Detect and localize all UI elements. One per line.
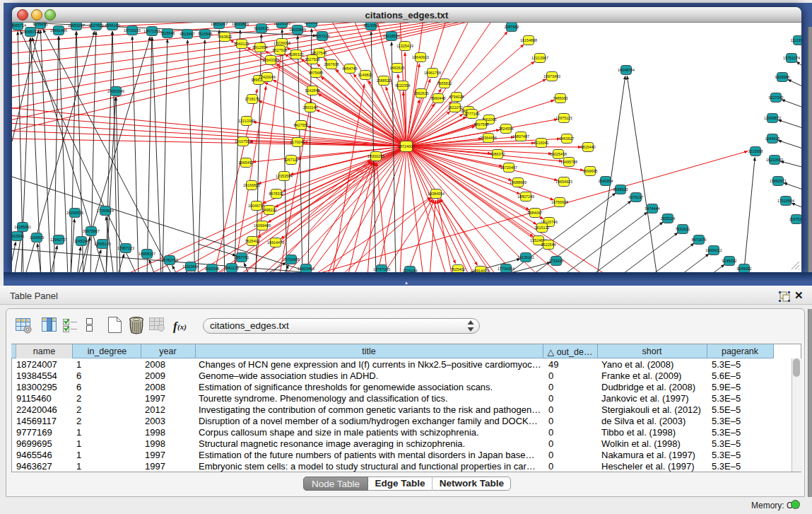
svg-text:3267110: 3267110: [284, 158, 299, 162]
svg-text:11123954: 11123954: [790, 38, 801, 42]
svg-text:8990448: 8990448: [431, 96, 446, 100]
svg-text:11219155: 11219155: [273, 23, 290, 25]
svg-text:15716485: 15716485: [283, 257, 300, 262]
svg-text:2718176: 2718176: [245, 97, 260, 101]
svg-text:17734264: 17734264: [498, 267, 514, 271]
svg-text:8186323: 8186323: [289, 52, 304, 57]
svg-text:6379197: 6379197: [629, 195, 644, 199]
svg-text:20053346: 20053346: [107, 89, 124, 93]
svg-text:15720407: 15720407: [500, 165, 517, 170]
svg-text:7625402: 7625402: [451, 267, 466, 271]
svg-text:9527508: 9527508: [305, 57, 320, 62]
svg-text:1145194: 1145194: [74, 239, 89, 243]
svg-text:8813054: 8813054: [364, 23, 379, 28]
svg-text:1498222: 1498222: [262, 208, 277, 212]
svg-text:2170041: 2170041: [290, 140, 305, 144]
svg-text:7485063: 7485063: [553, 96, 568, 100]
svg-text:8912954: 8912954: [253, 45, 268, 49]
svg-text:10654112: 10654112: [705, 248, 722, 252]
svg-text:1588520: 1588520: [377, 78, 392, 83]
svg-text:7357224: 7357224: [315, 34, 330, 38]
svg-text:7955812: 7955812: [437, 81, 452, 86]
svg-text:13767045: 13767045: [373, 267, 390, 271]
svg-text:19654923: 19654923: [555, 180, 572, 184]
svg-text:9474444: 9474444: [645, 206, 660, 211]
svg-text:2803144: 2803144: [303, 105, 318, 110]
svg-text:2087682: 2087682: [505, 25, 519, 29]
svg-text:10025438: 10025438: [550, 152, 567, 156]
svg-text:7515546: 7515546: [160, 31, 175, 35]
svg-text:12213369: 12213369: [238, 119, 255, 123]
svg-text:1621072: 1621072: [448, 105, 463, 110]
svg-text:9815440: 9815440: [581, 145, 596, 149]
svg-text:7663822: 7663822: [218, 35, 233, 39]
svg-text:9329966: 9329966: [775, 75, 790, 79]
svg-text:11923466: 11923466: [182, 264, 199, 269]
svg-text:(x): (x): [177, 322, 187, 332]
svg-text:14055714: 14055714: [22, 30, 39, 34]
svg-text:11325419: 11325419: [396, 44, 413, 48]
svg-text:19384554: 19384554: [428, 192, 445, 196]
svg-text:16914479: 16914479: [267, 240, 284, 245]
svg-text:1156829: 1156829: [30, 235, 45, 240]
svg-text:17359924: 17359924: [97, 209, 114, 213]
svg-text:3915941: 3915941: [12, 234, 25, 238]
svg-text:9227343: 9227343: [769, 95, 784, 100]
svg-text:20364456: 20364456: [480, 136, 497, 140]
svg-text:12353594: 12353594: [276, 174, 293, 178]
svg-text:10719155: 10719155: [124, 28, 141, 33]
svg-text:7632621: 7632621: [676, 227, 690, 231]
svg-text:3824554: 3824554: [499, 127, 514, 131]
svg-text:7625402: 7625402: [245, 239, 260, 243]
svg-text:17016504: 17016504: [777, 199, 794, 203]
svg-text:10107552: 10107552: [235, 139, 252, 144]
svg-text:22420046: 22420046: [259, 75, 276, 79]
svg-text:16961758: 16961758: [424, 71, 441, 75]
svg-text:10671355: 10671355: [143, 29, 160, 33]
svg-text:10653267: 10653267: [68, 23, 85, 28]
svg-text:12213967: 12213967: [531, 56, 548, 60]
svg-text:13495788: 13495788: [560, 160, 577, 164]
svg-text:2935114: 2935114: [661, 216, 676, 221]
svg-text:8220354: 8220354: [396, 83, 411, 88]
svg-text:15692971: 15692971: [770, 179, 787, 183]
svg-text:9777169: 9777169: [465, 112, 480, 116]
svg-text:16782759: 16782759: [161, 258, 178, 262]
svg-text:12093873: 12093873: [764, 116, 781, 120]
svg-text:14136141: 14136141: [517, 255, 534, 259]
svg-text:20691406: 20691406: [50, 28, 67, 33]
svg-text:17957223: 17957223: [117, 246, 134, 250]
svg-text:8427552: 8427552: [294, 123, 309, 127]
svg-text:9461135: 9461135: [225, 266, 240, 270]
svg-text:1527602: 1527602: [89, 23, 104, 28]
svg-text:18640910: 18640910: [412, 55, 429, 59]
svg-text:9513467: 9513467: [180, 32, 195, 36]
svg-text:39975867: 39975867: [83, 229, 100, 233]
svg-text:9527546: 9527546: [312, 51, 327, 55]
svg-text:1362615: 1362615: [414, 91, 429, 95]
svg-text:16648784: 16648784: [618, 68, 635, 72]
svg-text:1167533: 1167533: [789, 217, 801, 221]
svg-text:9527506: 9527506: [273, 48, 288, 52]
svg-text:1662615: 1662615: [390, 66, 405, 70]
svg-text:9155051: 9155051: [33, 23, 48, 26]
svg-text:2522544: 2522544: [541, 243, 556, 247]
svg-text:3875685: 3875685: [309, 71, 324, 75]
svg-text:6794028: 6794028: [449, 95, 464, 99]
svg-text:18724007: 18724007: [398, 144, 415, 148]
svg-text:1640954: 1640954: [599, 179, 613, 183]
svg-text:10543382: 10543382: [262, 58, 279, 62]
svg-text:20206536: 20206536: [66, 211, 83, 215]
svg-text:15751074: 15751074: [783, 56, 800, 60]
svg-text:8678332: 8678332: [269, 192, 284, 196]
svg-text:19166825: 19166825: [243, 183, 260, 187]
svg-text:6216041: 6216041: [534, 141, 549, 145]
svg-text:8893467: 8893467: [305, 23, 319, 25]
svg-text:12505135: 12505135: [94, 242, 111, 246]
svg-text:13226058: 13226058: [273, 41, 290, 45]
svg-text:16154808: 16154808: [520, 38, 537, 42]
svg-text:9684067: 9684067: [528, 211, 543, 215]
svg-text:19218506: 19218506: [383, 34, 400, 38]
svg-text:10923466: 10923466: [298, 267, 314, 271]
svg-text:10807487: 10807487: [512, 134, 529, 139]
